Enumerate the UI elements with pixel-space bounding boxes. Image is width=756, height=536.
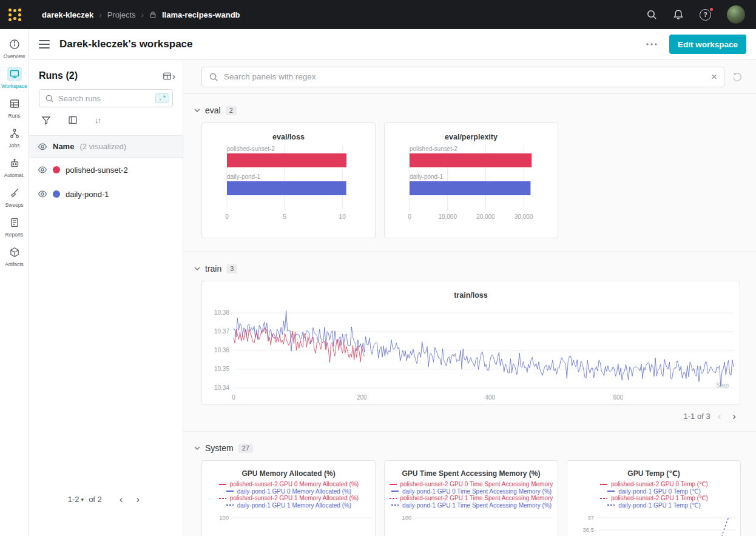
panel-search-input[interactable] (224, 72, 706, 81)
clear-search-icon[interactable]: × (711, 72, 717, 82)
runs-search-input[interactable] (58, 94, 151, 103)
group-panel-icon[interactable] (68, 115, 78, 125)
svg-text:100: 100 (402, 514, 411, 521)
svg-text:36.5: 36.5 (583, 526, 595, 533)
prev-page-button[interactable]: ‹ (714, 411, 726, 421)
panel-gpu-memory[interactable]: GPU Memory Allocated (%) polished-sunset… (201, 460, 376, 536)
rail-label: Automat. (4, 172, 24, 178)
chart-title: eval/perplexity (385, 123, 558, 141)
legend-line-icon (389, 483, 397, 486)
jobs-fork-icon (7, 126, 22, 141)
runs-table-toggle[interactable]: › (163, 72, 175, 81)
filter-funnel-icon[interactable] (41, 115, 51, 125)
sidebar-item-reports[interactable]: Reports (0, 212, 29, 241)
legend-item[interactable]: daily-pond-1 GPU 1 Time Spent Accessing … (391, 502, 552, 509)
section-header-eval[interactable]: eval 2 (194, 106, 237, 115)
regex-toggle[interactable]: .* (155, 93, 169, 103)
logo-dots (13, 8, 16, 21)
rail-label: Jobs (9, 142, 20, 149)
overflow-menu-icon[interactable] (646, 43, 657, 45)
section-count-badge: 27 (238, 444, 253, 453)
sidebar-item-workspace[interactable]: Workspace (0, 64, 29, 93)
section-header-system[interactable]: System 27 (194, 443, 253, 453)
edit-workspace-button[interactable]: Edit workspace (669, 35, 746, 54)
legend-item[interactable]: polished-sunset-2 GPU 0 Temp (℃) (599, 481, 707, 488)
page-total-label: of 2 (89, 495, 102, 504)
svg-text:10,000: 10,000 (438, 213, 457, 220)
svg-text:10.38: 10.38 (214, 309, 229, 316)
eval-loss-chart: 0510polished-sunset-2daily-pond-1 (202, 144, 375, 232)
panel-gpu-temp[interactable]: GPU Temp (℃) polished-sunset-2 GPU 0 Tem… (567, 460, 741, 536)
chart-legend: polished-sunset-2 GPU 0 Temp (℃)daily-po… (567, 481, 740, 509)
legend-item[interactable]: daily-pond-1 GPU 0 Time Spent Accessing … (391, 488, 552, 495)
notifications-bell-icon[interactable] (673, 9, 684, 20)
svg-text:Step: Step (716, 382, 729, 389)
panel-gpu-time[interactable]: GPU Time Spent Accessing Memory (%) poli… (384, 460, 558, 536)
legend-item[interactable]: daily-pond-1 GPU 1 Memory Allocated (%) (226, 502, 351, 509)
legend-item[interactable]: polished-sunset-2 GPU 1 Temp (℃) (599, 495, 707, 502)
logo-dots (8, 8, 12, 21)
wandb-logo[interactable] (8, 8, 21, 21)
next-page-button[interactable]: › (728, 411, 740, 421)
search-icon[interactable] (646, 9, 657, 20)
panels-main-area: × eval 2 eval/loss 0510polished-sunset-2… (183, 60, 756, 536)
svg-text:10: 10 (339, 213, 346, 220)
sidebar-item-automations[interactable]: Automat. (0, 153, 29, 182)
run-name: polished-sunset-2 (66, 166, 128, 175)
section-name: eval (205, 106, 221, 115)
panel-eval-perplexity[interactable]: eval/perplexity 010,00020,00030,000polis… (384, 122, 558, 238)
chevron-right-icon: › (172, 72, 175, 81)
hamburger-menu-icon[interactable] (39, 40, 50, 48)
svg-text:10.35: 10.35 (214, 366, 229, 372)
panel-search-box: × (201, 67, 724, 87)
svg-text:0: 0 (232, 394, 235, 401)
svg-text:polished-sunset-2: polished-sunset-2 (410, 146, 457, 152)
sidebar-item-jobs[interactable]: Jobs (0, 123, 29, 152)
svg-text:37: 37 (587, 514, 594, 521)
sidebar-item-sweeps[interactable]: Sweeps (0, 183, 29, 212)
panel-eval-loss[interactable]: eval/loss 0510polished-sunset-2daily-pon… (201, 122, 376, 238)
svg-text:10.36: 10.36 (214, 347, 229, 353)
legend-item[interactable]: polished-sunset-2 GPU 1 Memory Allocated… (218, 495, 359, 502)
legend-item[interactable]: daily-pond-1 GPU 0 Memory Allocated (%) (226, 488, 351, 495)
breadcrumb: darek-kleczek › Projects › llama-recipes… (42, 10, 240, 19)
user-avatar[interactable] (727, 5, 745, 24)
history-undo-icon[interactable] (732, 72, 743, 82)
help-icon[interactable]: ? (700, 9, 711, 21)
page-range-dropdown[interactable]: 1-2 ▾ (68, 495, 84, 504)
chart-legend: polished-sunset-2 GPU 0 Time Spent Acces… (385, 481, 558, 509)
robot-icon (7, 156, 22, 170)
eye-icon[interactable] (38, 142, 47, 152)
section-eval: eval 2 eval/loss 0510polished-sunset-2da… (183, 106, 756, 252)
svg-text:30,000: 30,000 (515, 213, 533, 220)
document-icon (7, 215, 22, 230)
eye-icon[interactable] (38, 189, 47, 199)
next-page-button[interactable]: › (132, 494, 144, 504)
sort-icon[interactable]: ↓↑ (95, 115, 101, 125)
section-count-badge: 3 (226, 264, 237, 273)
legend-item[interactable]: polished-sunset-2 GPU 0 Memory Allocated… (218, 481, 359, 488)
prev-page-button[interactable]: ‹ (115, 494, 127, 504)
table-layout-icon (163, 72, 172, 81)
legend-item[interactable]: polished-sunset-2 GPU 1 Time Spent Acces… (389, 495, 554, 502)
runs-toolbar: ↓↑ (29, 107, 183, 133)
legend-item[interactable]: polished-sunset-2 GPU 0 Time Spent Acces… (389, 481, 554, 488)
section-header-train[interactable]: train 3 (194, 264, 237, 273)
breadcrumb-user-link[interactable]: darek-kleczek (42, 10, 93, 19)
legend-line-icon (218, 497, 227, 500)
sidebar-item-artifacts[interactable]: Artifacts (0, 242, 29, 271)
header-actions: Edit workspace (646, 35, 746, 54)
legend-item[interactable]: daily-pond-1 GPU 1 Temp (℃) (607, 502, 701, 509)
run-row-daily-pond-1[interactable]: daily-pond-1 (29, 182, 183, 206)
breadcrumb-project-link[interactable]: llama-recipes-wandb (162, 10, 240, 19)
eye-icon[interactable] (38, 165, 47, 175)
sidebar-item-runs[interactable]: Runs (0, 93, 29, 122)
visualized-note: (2 visualized) (79, 142, 126, 151)
train-loss-chart: 10.3810.3710.3610.3510.340200400600Step (202, 303, 740, 405)
run-row-polished-sunset-2[interactable]: polished-sunset-2 (29, 158, 183, 182)
sidebar-item-overview[interactable]: Overview (0, 34, 29, 63)
breadcrumb-projects-link[interactable]: Projects (107, 10, 136, 19)
legend-item[interactable]: daily-pond-1 GPU 0 Temp (℃) (607, 488, 701, 495)
section-name: train (205, 264, 221, 273)
panel-train-loss[interactable]: train/loss 10.3810.3710.3610.3510.340200… (201, 281, 740, 405)
